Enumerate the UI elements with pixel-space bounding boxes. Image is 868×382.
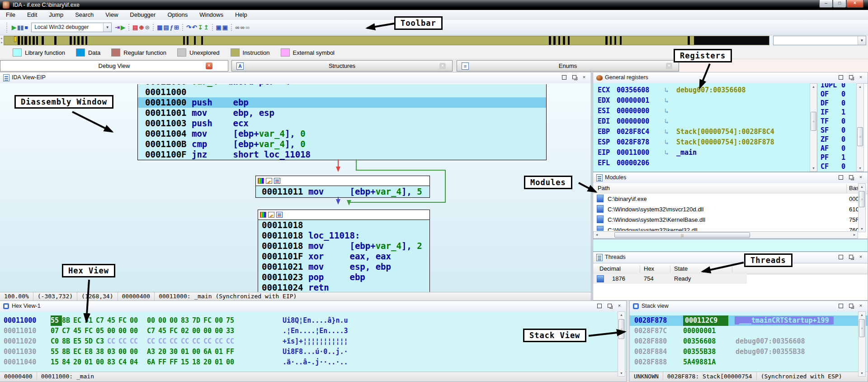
tab-debug-view[interactable]: Debug View × xyxy=(0,60,228,72)
panel-close-icon[interactable]: × xyxy=(858,174,864,181)
disasm-line[interactable]: 00011003 push ecx xyxy=(138,118,546,129)
menu-edit[interactable]: Edit xyxy=(21,10,43,19)
add-breakpoint-icon[interactable]: ⊕ xyxy=(139,24,144,31)
step-into-icon[interactable]: ↶ xyxy=(192,24,197,31)
flag-row[interactable]: TF0 xyxy=(817,117,857,126)
panel-close-icon[interactable]: × xyxy=(858,303,864,309)
flag-row[interactable]: OF0 xyxy=(817,90,857,99)
bottom-splitter[interactable] xyxy=(627,301,629,382)
registers-titlebar[interactable]: General registers × xyxy=(593,72,868,84)
panel-close-icon[interactable]: × xyxy=(858,254,864,260)
flag-row[interactable]: DF0 xyxy=(817,99,857,108)
panel-float-icon[interactable] xyxy=(848,174,854,181)
basic-block-true-branch[interactable]: 00011011 mov [ebp+var_4], 5 xyxy=(255,176,430,198)
menu-jump[interactable]: Jump xyxy=(43,10,69,19)
module-row[interactable]: C:\binary\if.exe000 xyxy=(593,194,858,204)
flag-row[interactable]: IF1 xyxy=(817,108,857,117)
stack-row[interactable]: 0028F88000356608debug007:00356608 xyxy=(630,336,868,347)
close-button[interactable]: × xyxy=(846,0,863,8)
ida-view-eip-titlebar[interactable]: IDA View-EIP × xyxy=(0,72,591,84)
registers-scrollbar[interactable]: ▲ ≡ ▼ xyxy=(810,83,817,172)
stack-rows[interactable]: 0028F878000112C9___tmainCRTStartup+19900… xyxy=(630,312,868,372)
modules-column-headers[interactable]: Path Bas xyxy=(593,183,868,194)
column-header-path[interactable]: Path xyxy=(598,183,610,193)
close-icon[interactable]: × xyxy=(666,63,672,69)
register-row[interactable]: EFL00000206 xyxy=(593,158,810,168)
disasm-line[interactable]: 0001100B cmp [ebp+var_4], 0 xyxy=(138,139,546,149)
column-header-state[interactable]: State xyxy=(674,264,688,273)
disasm-line[interactable]: 00011021 mov esp, ebp xyxy=(258,262,429,272)
debugger-window-icon[interactable]: ▣ xyxy=(216,24,222,31)
flags-list[interactable]: IOPL0OF0DF0IF1TF0SF0ZF0AF0PF1CF0 xyxy=(817,83,857,172)
menu-options[interactable]: Options xyxy=(161,10,193,19)
stack-row[interactable]: 0028F878000112C9___tmainCRTStartup+199 xyxy=(630,315,868,326)
tab-enums[interactable]: ≡ Enums × xyxy=(457,60,679,72)
quick-view-icon[interactable]: ▤ xyxy=(163,24,169,31)
panel-maximize-icon[interactable] xyxy=(838,303,844,309)
registers-list[interactable]: ECX00356608↳debug007:00356608EDX00000001… xyxy=(593,83,810,172)
module-row[interactable]: C:\Windows\system32\msvcr120d.dll61C xyxy=(593,204,858,215)
breakpoint-list-icon[interactable]: ▤ xyxy=(132,24,138,31)
start-process-icon[interactable]: ▶ xyxy=(121,24,125,31)
modules-vscrollbar[interactable]: ▲ ≡ ▼ xyxy=(858,183,866,232)
stop-process-icon[interactable]: ■ xyxy=(24,24,28,31)
panel-close-icon[interactable]: × xyxy=(581,74,587,81)
disasm-line[interactable]: 00011023 pop ebp xyxy=(258,272,429,282)
panel-float-icon[interactable] xyxy=(848,303,854,309)
panel-maximize-icon[interactable] xyxy=(561,74,567,81)
chevron-down-icon[interactable]: ▼ xyxy=(103,23,111,32)
chevron-down-icon[interactable]: ▼ xyxy=(858,36,866,45)
menu-debugger[interactable]: Debugger xyxy=(124,10,161,19)
block-edit-icon[interactable] xyxy=(266,178,272,184)
flag-row[interactable]: SF0 xyxy=(817,126,857,135)
disasm-line[interactable]: 00011000 push ebp xyxy=(138,97,546,108)
flag-row[interactable]: PF1 xyxy=(817,153,857,162)
register-row[interactable]: ESP0028F878↳Stack[00000754]:0028F878 xyxy=(593,137,810,148)
disasm-line[interactable]: 0001100F jnz short loc_11018 xyxy=(138,149,546,160)
disasm-line[interactable]: 00011004 mov [ebp+var_4], 0 xyxy=(138,129,546,139)
close-icon[interactable]: × xyxy=(206,62,212,69)
block-edit-icon[interactable] xyxy=(268,212,274,218)
panel-close-icon[interactable]: × xyxy=(858,74,864,81)
disasm-line[interactable]: 00011024 retn xyxy=(258,282,429,292)
attach-process-icon[interactable]: ⇥ xyxy=(115,24,120,31)
pause-process-icon[interactable]: ▮▮ xyxy=(17,24,24,31)
hex-row[interactable]: 00011040158420010083C4046AFFFF1518200100… xyxy=(0,357,626,368)
hex-row[interactable]: 00011030558BECE838030000A3203001006A01FF… xyxy=(0,347,626,357)
disasm-line[interactable]: 00011011 mov [ebp+var_4], 5 xyxy=(256,186,429,197)
panel-float-icon[interactable] xyxy=(606,303,613,309)
hex-view-titlebar[interactable]: Hex View-1 × xyxy=(0,301,626,312)
menu-windows[interactable]: Windows xyxy=(193,10,229,19)
register-row[interactable]: EDI00000000↳ xyxy=(593,116,810,127)
hex-row[interactable]: 00011000558BEC51C745FC00000000837DFC0075… xyxy=(0,315,626,326)
menu-file[interactable]: File xyxy=(0,10,21,19)
panel-float-icon[interactable] xyxy=(848,74,854,81)
flag-row[interactable]: CF0 xyxy=(817,162,857,171)
stack-row[interactable]: 0028F88400355B38debug007:00355B38 xyxy=(630,347,868,357)
panel-maximize-icon[interactable] xyxy=(596,303,603,309)
threads-titlebar[interactable]: Threads × xyxy=(593,252,868,263)
flag-row[interactable]: ZF0 xyxy=(817,135,857,144)
basic-block-join[interactable]: 0001101800011018 loc_11018:00011018 mov … xyxy=(258,210,430,292)
block-group-icon[interactable] xyxy=(274,178,280,184)
thread-row[interactable]: 1876 754 Ready xyxy=(593,274,747,284)
menu-view[interactable]: View xyxy=(99,10,124,19)
disasm-line[interactable]: 00011018 mov [ebp+var_4], 2 xyxy=(258,241,429,251)
panel-maximize-icon[interactable] xyxy=(838,174,844,181)
flag-row[interactable]: AF0 xyxy=(817,144,857,153)
basic-block-entry[interactable]: 00011000 var_4= dword ptr -4000110000001… xyxy=(137,84,547,160)
debugger-window2-icon[interactable]: ▣ xyxy=(222,24,228,31)
disasm-line[interactable]: 0001101F xor eax, eax xyxy=(258,251,429,262)
trace-window-icon[interactable]: ∞ xyxy=(235,24,239,31)
calculator-icon[interactable]: ƒ xyxy=(170,24,173,31)
block-group-icon[interactable] xyxy=(276,212,283,218)
navband-scale-combo[interactable]: ▼ xyxy=(773,36,866,45)
menu-help[interactable]: Help xyxy=(229,10,253,19)
continue-process-icon[interactable]: ▶ xyxy=(12,24,16,31)
trace-over-icon[interactable]: ∞ xyxy=(240,24,244,31)
run-until-return-icon[interactable]: ↧ xyxy=(198,24,203,31)
block-color-icon[interactable] xyxy=(258,178,264,184)
module-row[interactable]: C:\Windows\system32\KernelBase.dll75F xyxy=(593,215,858,225)
register-row[interactable]: ESI00000000↳ xyxy=(593,106,810,116)
stack-view-titlebar[interactable]: Stack view × xyxy=(630,301,868,312)
